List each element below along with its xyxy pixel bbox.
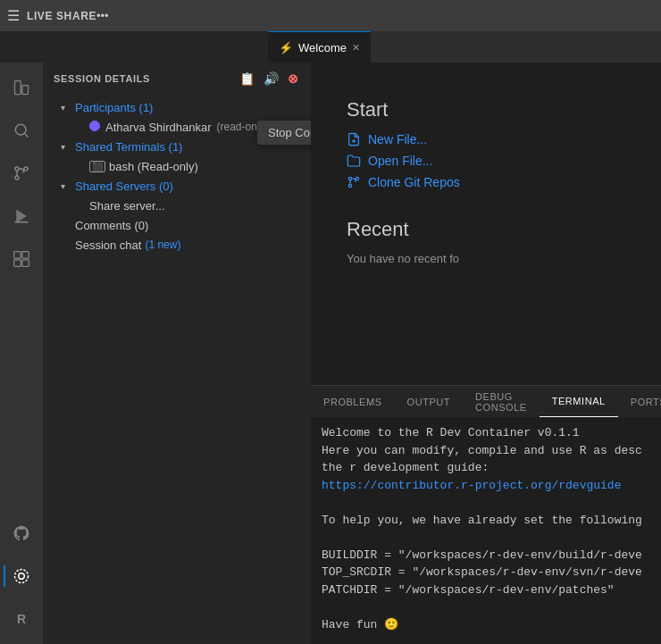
liveshare-title-label: LIVE SHARE (27, 10, 96, 22)
terminal-name: bash (Read-only) (109, 160, 198, 173)
comments-label: Comments (0) (75, 219, 148, 232)
title-bar: ☰ LIVE SHARE ••• (0, 0, 661, 31)
main-layout: R SESSION DETAILS 📋 🔊 ⊗ ▾ Participants (… (0, 63, 661, 644)
sidebar-item-search[interactable] (4, 113, 39, 148)
sidebar-item-liveshare[interactable] (4, 558, 39, 594)
comments-section[interactable]: Comments (0) (43, 215, 311, 235)
svg-rect-9 (14, 252, 21, 259)
sidebar-item-run[interactable] (4, 198, 39, 234)
start-section: Start New File... Open File... (347, 98, 625, 197)
open-file-link[interactable]: Open File... (347, 154, 625, 168)
session-chat-label: Session chat (75, 238, 141, 252)
tab-problems[interactable]: PROBLEMS (311, 386, 395, 417)
participant-circle (89, 121, 100, 134)
shared-servers-section[interactable]: ▾ Shared Servers (0) (43, 176, 311, 196)
rdevguide-link[interactable]: https://contributor.r-project.org/rdevgu… (322, 479, 621, 492)
sidebar-item-source-control[interactable] (4, 155, 39, 191)
svg-rect-12 (22, 260, 29, 267)
stop-session-icon[interactable]: ⊗ (286, 70, 300, 88)
tab-ports[interactable]: PORTS (618, 386, 661, 417)
terminal-line-3: the r development guide: (322, 459, 650, 477)
share-server-label: Share server... (89, 199, 165, 213)
panel-tabs: PROBLEMS OUTPUT DEBUG CONSOLE TERMINAL P… (311, 386, 661, 417)
tooltip-popup: Stop Collaboration Session (257, 121, 311, 145)
session-details-label: SESSION DETAILS (54, 73, 150, 84)
svg-point-2 (15, 124, 26, 135)
svg-point-17 (348, 177, 351, 180)
svg-point-6 (24, 167, 28, 171)
tab-output[interactable]: OUTPUT (395, 386, 464, 417)
clone-git-icon (347, 175, 361, 189)
svg-point-18 (348, 184, 351, 187)
tab-welcome[interactable]: ⚡ Welcome ✕ (268, 31, 371, 63)
tooltip-text: Stop Collaboration Session (268, 126, 311, 139)
terminal-line-2: Here you can modify, compile and use R a… (322, 442, 650, 460)
session-details-header: SESSION DETAILS 📋 🔊 ⊗ (43, 63, 311, 94)
new-file-link[interactable]: New File... (347, 132, 625, 146)
new-file-icon (347, 132, 361, 146)
tab-debug-console[interactable]: DEBUG CONSOLE (463, 386, 540, 417)
participant-name: Atharva Shirdhankar (105, 121, 212, 134)
shared-terminals-label: Shared Terminals (1) (75, 140, 182, 154)
share-server-item[interactable]: Share server... (43, 196, 311, 215)
participants-arrow: ▾ (61, 103, 75, 113)
terminal-output: Welcome to the R Dev Container v0.1.1 He… (311, 417, 661, 644)
liveshare-header-actions: 📋 🔊 ⊗ (238, 70, 300, 88)
svg-rect-11 (14, 260, 21, 267)
terminals-arrow: ▾ (61, 142, 75, 152)
svg-rect-10 (22, 252, 29, 259)
sidebar-item-explorer[interactable] (4, 70, 39, 105)
sidebar-content: ▾ Participants (1) Atharva Shirdhankar (… (43, 94, 311, 644)
terminal-line-10: PATCHDIR = "/workspaces/r-dev-env/patche… (322, 581, 650, 599)
session-chat-section[interactable]: Session chat (1 new) (43, 235, 311, 255)
terminal-line-8: BUILDDIR = "/workspaces/r-dev-env/build/… (322, 547, 650, 565)
clone-git-label: Clone Git Repos (368, 175, 460, 189)
svg-point-19 (356, 177, 358, 180)
svg-line-3 (25, 134, 29, 138)
sidebar-panel-header (0, 31, 268, 63)
terminal-line-9: TOP_SRCDIR = "/workspaces/r-dev-env/svn/… (322, 564, 650, 581)
terminal-item[interactable]: ⬛ bash (Read-only) (43, 156, 311, 176)
terminal-icon: ⬛ (89, 161, 105, 172)
recent-text: You have no recent fo (347, 252, 625, 265)
tab-label: Welcome (298, 41, 347, 54)
sidebar: SESSION DETAILS 📋 🔊 ⊗ ▾ Participants (1)… (43, 63, 311, 644)
svg-marker-7 (16, 210, 27, 223)
new-file-label: New File... (368, 132, 427, 146)
terminal-line-12: Have fun 🙂 (322, 616, 650, 634)
titlebar-actions: ••• (96, 9, 109, 22)
open-file-label: Open File... (368, 154, 432, 168)
svg-rect-0 (15, 81, 21, 95)
sidebar-item-r[interactable]: R (4, 601, 39, 637)
participants-label: Participants (1) (75, 101, 153, 114)
sidebar-item-extensions[interactable] (4, 241, 39, 277)
svg-rect-1 (22, 86, 29, 95)
start-title: Start (347, 98, 625, 121)
hamburger-icon[interactable]: ☰ (7, 7, 20, 24)
participants-section[interactable]: ▾ Participants (1) (43, 97, 311, 117)
tab-close-icon[interactable]: ✕ (352, 42, 360, 54)
tab-icon: ⚡ (279, 41, 293, 54)
recent-section: Recent You have no recent fo (347, 218, 625, 265)
welcome-panel: Start New File... Open File... (311, 63, 661, 385)
session-chat-count: (1 new) (145, 238, 180, 251)
svg-point-13 (19, 573, 25, 580)
bottom-panel: PROBLEMS OUTPUT DEBUG CONSOLE TERMINAL P… (311, 385, 661, 644)
more-options-icon[interactable]: ••• (96, 9, 109, 22)
invite-icon[interactable]: 📋 (238, 70, 256, 88)
servers-arrow: ▾ (61, 181, 75, 191)
terminal-line-1: Welcome to the R Dev Container v0.1.1 (322, 424, 650, 442)
svg-point-14 (15, 570, 29, 583)
open-file-icon (347, 154, 361, 168)
title-bar-menu: ☰ LIVE SHARE (7, 7, 96, 24)
clone-git-link[interactable]: Clone Git Repos (347, 175, 625, 189)
svg-point-4 (15, 167, 19, 171)
tab-terminal[interactable]: TERMINAL (540, 386, 618, 417)
sidebar-item-github[interactable] (4, 515, 39, 551)
audio-icon[interactable]: 🔊 (262, 70, 280, 88)
tab-bar: ⚡ Welcome ✕ (0, 31, 661, 63)
recent-title: Recent (347, 218, 625, 241)
shared-servers-label: Shared Servers (0) (75, 180, 173, 193)
content-area: Start New File... Open File... (311, 63, 661, 644)
terminal-line-4: https://contributor.r-project.org/rdevgu… (322, 477, 650, 495)
